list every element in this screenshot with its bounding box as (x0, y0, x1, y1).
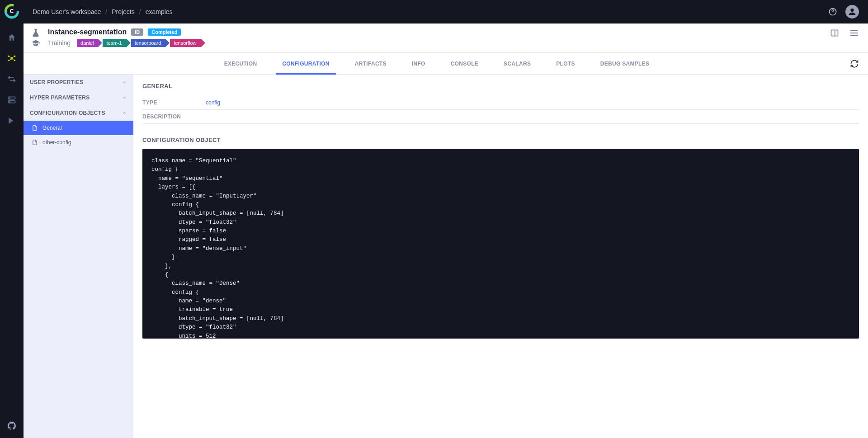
home-icon[interactable] (7, 33, 17, 42)
tag-team-1[interactable]: team-1 (103, 39, 126, 47)
tab-info[interactable]: INFO (410, 53, 427, 74)
svg-text:C: C (10, 8, 14, 14)
crumb-project[interactable]: examples (146, 8, 173, 15)
id-badge[interactable]: ID (131, 28, 143, 36)
type-row: TYPE config (142, 96, 859, 110)
deploy-icon[interactable] (7, 116, 17, 126)
description-label: DESCRIPTION (142, 113, 206, 120)
tab-scalars[interactable]: SCALARS (502, 53, 533, 74)
experiment-title: instance-segmentation (48, 28, 127, 36)
status-badge: Completed (148, 28, 181, 36)
tag-daniel[interactable]: daniel (77, 39, 98, 47)
svg-point-5 (14, 56, 16, 57)
refresh-icon[interactable] (850, 59, 859, 68)
user-avatar[interactable] (845, 5, 859, 19)
sidebar-section-hyper-parameters[interactable]: HYPER PARAMETERS (24, 90, 133, 105)
breadcrumb-bar: Demo User's workspace / Projects / examp… (24, 0, 868, 24)
sidebar-item-other-config[interactable]: other-config (24, 135, 133, 150)
tab-console[interactable]: CONSOLE (449, 53, 480, 74)
crumb-section[interactable]: Projects (112, 8, 135, 15)
servers-icon[interactable] (7, 95, 17, 105)
content-panel: GENERAL TYPE config DESCRIPTION CONFIGUR… (133, 75, 868, 438)
experiment-type: Training (48, 39, 71, 47)
description-row: DESCRIPTION (142, 110, 859, 124)
help-icon[interactable] (828, 7, 837, 16)
experiment-header: instance-segmentation ID Completed Train… (24, 24, 868, 53)
sidebar-item-general[interactable]: General (24, 121, 133, 135)
tab-artifacts[interactable]: ARTIFACTS (353, 53, 388, 74)
panel-layout-icon[interactable] (830, 28, 839, 38)
crumb-workspace[interactable]: Demo User's workspace (33, 8, 101, 15)
tag-tensorflow[interactable]: tensorflow (170, 39, 201, 47)
crumb-sep: / (105, 8, 107, 15)
menu-icon[interactable] (849, 28, 859, 38)
config-code-block[interactable]: class_name = "Sequential" config { name … (142, 149, 859, 339)
flask-icon (31, 28, 41, 38)
file-icon (32, 125, 38, 131)
type-label: TYPE (142, 99, 206, 106)
svg-point-4 (8, 56, 10, 57)
tab-configuration[interactable]: CONFIGURATION (280, 53, 331, 74)
app-logo[interactable]: C (4, 4, 19, 19)
svg-point-7 (14, 60, 16, 61)
sidebar-item-label: other-config (42, 139, 71, 146)
tab-execution[interactable]: EXECUTION (222, 53, 259, 74)
panel-heading: GENERAL (142, 83, 859, 89)
sidebar-section-configuration-objects[interactable]: CONFIGURATION OBJECTS (24, 105, 133, 121)
svg-point-13 (850, 9, 854, 12)
config-sidebar: USER PROPERTIESHYPER PARAMETERSCONFIGURA… (24, 75, 133, 438)
chevron-down-icon (122, 80, 127, 85)
left-nav: C (0, 0, 24, 438)
type-value: config (206, 99, 220, 106)
svg-point-10 (9, 98, 10, 99)
tag-tensorboard[interactable]: tensorboard (131, 39, 166, 47)
github-icon[interactable] (7, 421, 17, 431)
sidebar-item-label: General (42, 125, 62, 131)
crumb-sep: / (139, 8, 141, 15)
svg-point-11 (9, 101, 10, 102)
sidebar-section-user-properties[interactable]: USER PROPERTIES (24, 75, 133, 90)
chevron-down-icon (122, 95, 127, 100)
svg-point-6 (8, 60, 10, 61)
chevron-up-icon (122, 110, 127, 116)
tab-debug-samples[interactable]: DEBUG SAMPLES (599, 53, 651, 74)
config-object-title: CONFIGURATION OBJECT (142, 137, 859, 143)
grad-cap-icon (31, 39, 40, 48)
compare-icon[interactable] (7, 74, 17, 84)
tabs-row: EXECUTIONCONFIGURATIONARTIFACTSINFOCONSO… (24, 53, 868, 75)
experiments-icon[interactable] (7, 53, 17, 63)
file-icon (32, 139, 38, 146)
tab-plots[interactable]: PLOTS (554, 53, 577, 74)
